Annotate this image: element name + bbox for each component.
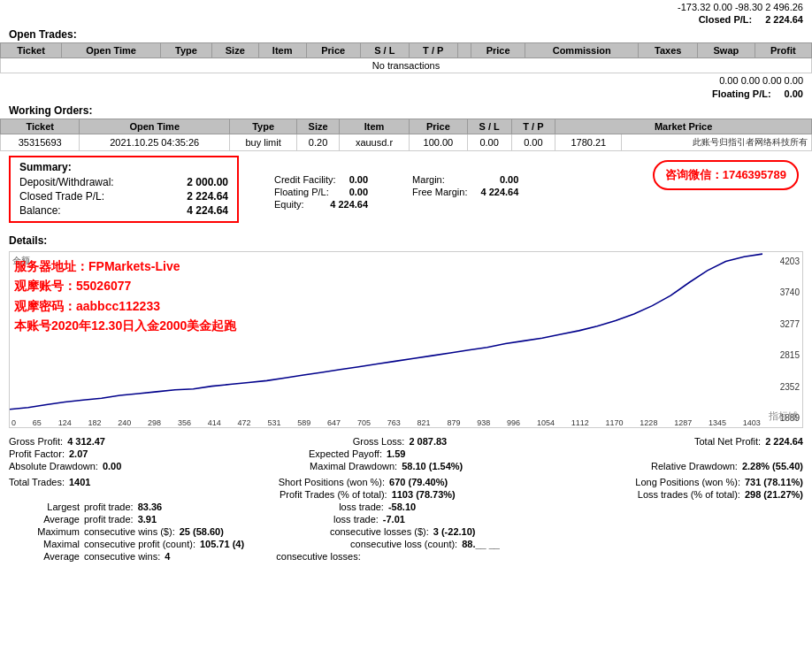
profit-trades-label: Profit Trades (% of total): bbox=[280, 489, 387, 500]
consult-badge: 咨询微信：1746395789 bbox=[653, 160, 799, 190]
floating-pl-value: 0.00 bbox=[785, 88, 803, 99]
deposit-row: Deposit/Withdrawal: 2 000.00 bbox=[19, 175, 228, 189]
top-values: -173.32 0.00 -98.30 2 496.26 bbox=[678, 2, 803, 12]
y-label-4: 2815 bbox=[762, 350, 800, 360]
working-orders-table: Ticket Open Time Type Size Item Price S … bbox=[0, 119, 812, 151]
top-right-values: -173.32 0.00 -98.30 2 496.26 bbox=[0, 0, 812, 14]
largest-loss-group: loss trade: -58.10 bbox=[339, 502, 416, 512]
x-65: 65 bbox=[33, 418, 42, 427]
stats-row-1: Gross Profit: 4 312.47 Gross Loss: 2 087… bbox=[9, 435, 803, 448]
wo-col-type: Type bbox=[230, 119, 297, 134]
cons-profit-label: consecutive profit (count): bbox=[84, 539, 195, 549]
deposit-label: Deposit/Withdrawal: bbox=[19, 176, 114, 188]
balance-label: Balance: bbox=[19, 204, 61, 217]
col-commission: Commission bbox=[525, 43, 639, 58]
col-price2: Price bbox=[471, 43, 525, 58]
summary-box: Summary: Deposit/Withdrawal: 2 000.00 Cl… bbox=[9, 156, 239, 223]
free-margin-value: 4 224.64 bbox=[480, 187, 518, 197]
margin-label: Margin: bbox=[412, 174, 445, 185]
cons-loss-count-value: 88.__ __ bbox=[462, 539, 500, 549]
largest-label: Largest bbox=[9, 502, 80, 512]
closed-pl-row: Closed P/L: 2 224.64 bbox=[0, 14, 812, 27]
wo-open-time: 2021.10.25 04:35:26 bbox=[80, 134, 230, 151]
avg-profit-group: profit trade: 3.91 bbox=[84, 514, 157, 525]
free-margin-row: Free Margin: 4 224.64 bbox=[412, 186, 518, 198]
y-label-5: 2352 bbox=[762, 382, 800, 392]
y-label-1: 4203 bbox=[762, 257, 800, 266]
consult-text: 咨询微信：1746395789 bbox=[665, 168, 786, 181]
gross-loss-group: Gross Loss: 2 087.83 bbox=[353, 436, 448, 447]
stats-row-5: Profit Trades (% of total): 1103 (78.73%… bbox=[9, 488, 803, 501]
col-taxes: Taxes bbox=[639, 43, 698, 58]
floating-summary-label: Floating P/L: bbox=[274, 187, 329, 197]
cons-wins-group: consecutive wins ($): 25 (58.60) bbox=[84, 526, 224, 537]
avg-cons-wins-value: 4 bbox=[165, 551, 170, 562]
overlay-line3: 观摩密码：aabbcc112233 bbox=[14, 296, 236, 316]
avg-cons-losses-label: consecutive losses: bbox=[276, 551, 360, 562]
wo-sl: 0.00 bbox=[467, 134, 511, 151]
cons-loss-count-label: consecutive loss (count): bbox=[350, 539, 457, 549]
wo-col-open-time: Open Time bbox=[80, 119, 230, 134]
avg-cons-values: consecutive wins: 4 consecutive losses: bbox=[84, 551, 803, 562]
max-drawdown-label: Maximal Drawdown: bbox=[310, 461, 397, 471]
margin-value: 0.00 bbox=[500, 174, 518, 185]
x-124: 124 bbox=[58, 418, 72, 427]
x-647: 647 bbox=[327, 418, 341, 427]
x-356: 356 bbox=[178, 418, 191, 427]
rel-drawdown-group: Relative Drawdown: 2.28% (55.40) bbox=[651, 461, 803, 471]
avg-cons-wins-group: consecutive wins: 4 bbox=[84, 551, 170, 562]
avg-cons-wins-label: consecutive wins: bbox=[84, 551, 160, 562]
wo-col-sl: S / L bbox=[467, 119, 511, 134]
wo-type: buy limit bbox=[230, 134, 297, 151]
largest-values: profit trade: 83.36 loss trade: -58.10 bbox=[84, 502, 803, 512]
stats-row-2: Profit Factor: 2.07 Expected Payoff: 1.5… bbox=[9, 448, 803, 460]
cons-profit-group: consecutive profit (count): 105.71 (4) bbox=[84, 539, 244, 549]
x-821: 821 bbox=[417, 418, 431, 427]
col-ticket: Ticket bbox=[1, 43, 62, 58]
cons-losses-group: consecutive losses ($): 3 (-22.10) bbox=[330, 526, 476, 537]
rel-drawdown-value: 2.28% (55.40) bbox=[742, 461, 803, 471]
x-414: 414 bbox=[208, 418, 221, 427]
x-1403: 1403 bbox=[743, 418, 761, 427]
abs-drawdown-value: 0.00 bbox=[103, 461, 121, 471]
cons-loss-count-group: consecutive loss (count): 88.__ __ bbox=[350, 539, 500, 549]
x-1054: 1054 bbox=[537, 418, 555, 427]
maximal-values: consecutive profit (count): 105.71 (4) c… bbox=[84, 539, 803, 549]
floating-summary-value: 0.00 bbox=[349, 187, 368, 197]
floating-zeros: 0.00 0.00 0.00 0.00 bbox=[719, 75, 803, 86]
gross-loss-value: 2 087.83 bbox=[409, 436, 447, 447]
wo-col-market-price: Market Price bbox=[555, 119, 812, 134]
wo-ticket: 35315693 bbox=[1, 134, 80, 151]
details-label-row: Details: bbox=[0, 233, 812, 247]
col-sl: S / L bbox=[360, 43, 409, 58]
total-trades-group: Total Trades: 1401 bbox=[9, 477, 90, 487]
x-1345: 1345 bbox=[709, 418, 726, 427]
loss-trades-value: 298 (21.27%) bbox=[745, 489, 803, 500]
x-298: 298 bbox=[148, 418, 161, 427]
empty-right-1 bbox=[626, 448, 803, 459]
col-type: Type bbox=[161, 43, 212, 58]
closed-trade-value: 2 224.64 bbox=[187, 190, 228, 203]
x-1287: 1287 bbox=[674, 418, 692, 427]
short-pos-label: Short Positions (won %): bbox=[279, 477, 385, 487]
total-net-profit-label: Total Net Profit: bbox=[694, 436, 761, 447]
col-swap: Swap bbox=[698, 43, 755, 58]
gross-profit-label: Gross Profit: bbox=[9, 436, 63, 447]
summary-middle: Credit Facility: 0.00 Floating P/L: 0.00… bbox=[239, 156, 403, 228]
avg-loss-value: -7.01 bbox=[383, 514, 405, 525]
chart-overlay: 服务器地址：FPMarkets-Live 观摩账号：55026077 观摩密码：… bbox=[14, 257, 236, 336]
deposit-value: 2 000.00 bbox=[187, 176, 228, 188]
cons-profit-value: 105.71 (4) bbox=[200, 539, 244, 549]
profit-trade-label: profit trade: bbox=[84, 502, 134, 512]
x-763: 763 bbox=[387, 418, 401, 427]
wo-size: 0.20 bbox=[297, 134, 340, 151]
x-996: 996 bbox=[507, 418, 520, 427]
total-net-profit-value: 2 224.64 bbox=[765, 436, 803, 447]
x-axis: 0 65 124 182 240 298 356 414 472 531 589… bbox=[10, 418, 762, 427]
cons-losses-value: 3 (-22.10) bbox=[433, 526, 476, 537]
col-open-time: Open Time bbox=[62, 43, 161, 58]
profit-trades-value: 1103 (78.73%) bbox=[392, 489, 456, 500]
loss-trades-label: Loss trades (% of total): bbox=[638, 489, 740, 500]
cons-losses-label: consecutive losses ($): bbox=[330, 526, 429, 537]
profit-trade-value: 83.36 bbox=[138, 502, 163, 512]
